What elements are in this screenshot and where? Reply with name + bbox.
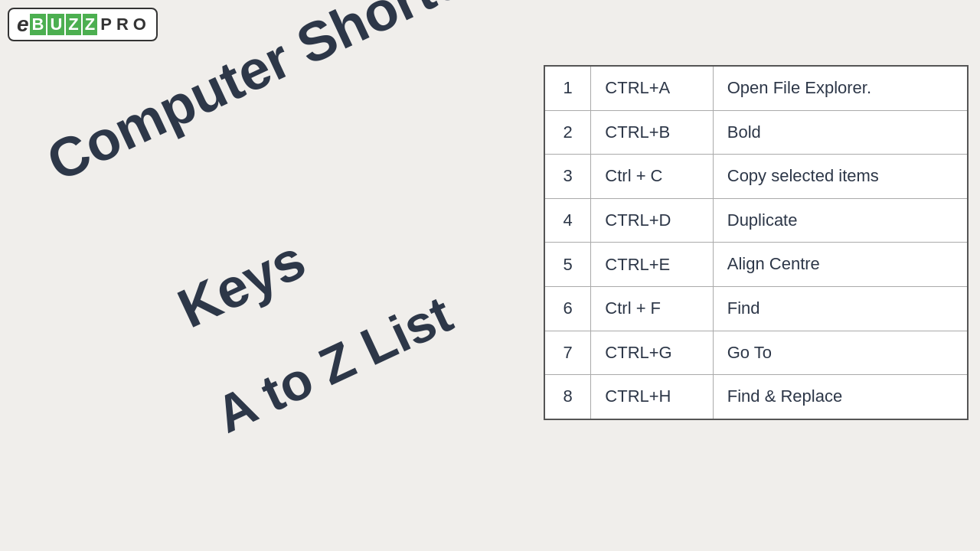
- row-number: 4: [545, 198, 591, 243]
- row-number: 6: [545, 286, 591, 331]
- row-number: 7: [545, 331, 591, 375]
- table-row: 8CTRL+HFind & Replace: [545, 375, 967, 419]
- row-description: Copy selected items: [713, 155, 967, 199]
- row-shortcut: CTRL+E: [591, 243, 713, 287]
- logo-letter-o: O: [131, 14, 149, 35]
- row-description: Align Centre: [713, 243, 967, 287]
- row-shortcut: CTRL+G: [591, 331, 713, 375]
- table-row: 2CTRL+BBold: [545, 110, 967, 155]
- row-shortcut: Ctrl + F: [591, 286, 713, 331]
- row-number: 1: [545, 67, 591, 110]
- row-shortcut: Ctrl + C: [591, 155, 713, 199]
- table-row: 4CTRL+DDuplicate: [545, 198, 967, 243]
- shortcut-table-container: 1CTRL+AOpen File Explorer.2CTRL+BBold3Ct…: [544, 65, 969, 420]
- row-shortcut: CTRL+D: [591, 198, 713, 243]
- row-shortcut: CTRL+A: [591, 67, 713, 110]
- row-shortcut: CTRL+B: [591, 110, 713, 155]
- logo-buzzpro: B U Z Z P R O: [29, 14, 149, 35]
- row-number: 8: [545, 375, 591, 419]
- row-number: 2: [545, 110, 591, 155]
- row-description: Find: [713, 286, 967, 331]
- row-description: Go To: [713, 331, 967, 375]
- logo-letter-b: B: [30, 14, 47, 35]
- logo-letter-p: P: [98, 14, 114, 35]
- row-shortcut: CTRL+H: [591, 375, 713, 419]
- row-description: Open File Explorer.: [713, 67, 967, 110]
- row-description: Bold: [713, 110, 967, 155]
- logo-letter-u: U: [47, 14, 64, 35]
- logo-letter-z1: Z: [66, 14, 80, 35]
- logo-e: e: [17, 12, 29, 37]
- diagonal-text-container: Computer Shortcut Keys A to Z List: [15, 77, 513, 536]
- table-row: 5CTRL+EAlign Centre: [545, 243, 967, 287]
- shortcut-table: 1CTRL+AOpen File Explorer.2CTRL+BBold3Ct…: [545, 67, 967, 419]
- row-description: Find & Replace: [713, 375, 967, 419]
- table-row: 7CTRL+GGo To: [545, 331, 967, 375]
- logo-letter-z2: Z: [83, 14, 97, 35]
- table-row: 6Ctrl + FFind: [545, 286, 967, 331]
- row-description: Duplicate: [713, 198, 967, 243]
- diagonal-keys: Keys: [168, 227, 315, 340]
- table-row: 1CTRL+AOpen File Explorer.: [545, 67, 967, 110]
- row-number: 3: [545, 155, 591, 199]
- logo-letter-r: R: [114, 14, 131, 35]
- row-number: 5: [545, 243, 591, 287]
- table-row: 3Ctrl + CCopy selected items: [545, 155, 967, 199]
- logo: e B U Z Z P R O: [8, 8, 158, 41]
